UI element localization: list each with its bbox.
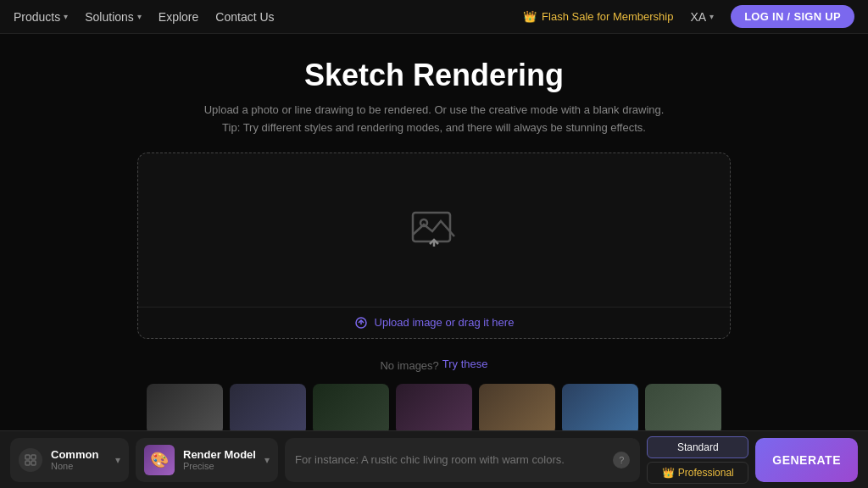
common-icon <box>19 448 42 472</box>
common-chevron-icon: ▾ <box>115 454 120 466</box>
nav-explore[interactable]: Explore <box>159 10 198 24</box>
lang-chevron-icon: ▾ <box>709 12 714 21</box>
language-selector[interactable]: XA ▾ <box>683 7 721 27</box>
prompt-container: ? <box>285 438 640 482</box>
help-icon[interactable]: ? <box>613 452 630 469</box>
flash-sale-banner[interactable]: 👑 Flash Sale for Membership <box>523 10 673 23</box>
nav-products[interactable]: Products ▾ <box>14 10 68 24</box>
page-subtitle: Upload a photo or line drawing to be ren… <box>204 102 665 137</box>
standard-button[interactable]: Standard <box>647 436 748 458</box>
crown-small-icon: 👑 <box>662 467 675 479</box>
upload-image-icon <box>409 204 459 255</box>
no-images-row: No images? Try these <box>380 349 487 379</box>
try-these-link[interactable]: Try these <box>442 358 488 370</box>
page-title: Sketch Rendering <box>304 58 564 93</box>
svg-rect-6 <box>31 455 36 459</box>
common-title: Common <box>51 448 107 461</box>
generate-button[interactable]: GENERATE <box>755 438 858 482</box>
upload-area[interactable]: Upload image or drag it here <box>137 152 731 339</box>
thumbnail-3[interactable] <box>313 384 389 435</box>
render-model-subtitle: Precise <box>183 461 256 471</box>
navbar: Products ▾ Solutions ▾ Explore Contact U… <box>0 0 868 34</box>
render-model-avatar: 🎨 <box>144 445 175 475</box>
professional-button[interactable]: 👑 Professional <box>647 462 748 484</box>
thumbnail-6[interactable] <box>562 384 638 435</box>
svg-rect-0 <box>413 213 450 241</box>
bottom-toolbar: Common None ▾ 🎨 Render Model Precise ▾ ?… <box>0 430 868 488</box>
main-content: Sketch Rendering Upload a photo or line … <box>0 34 868 435</box>
upload-footer-icon <box>354 316 368 330</box>
nav-right: 👑 Flash Sale for Membership XA ▾ LOG IN … <box>523 5 854 28</box>
thumbnail-5[interactable] <box>479 384 555 435</box>
common-selector[interactable]: Common None ▾ <box>10 438 129 482</box>
svg-rect-7 <box>25 461 30 465</box>
no-images-text: No images? <box>380 359 438 372</box>
common-subtitle: None <box>51 461 107 471</box>
common-text: Common None <box>51 448 107 471</box>
svg-rect-5 <box>25 455 30 459</box>
thumbnail-4[interactable] <box>396 384 472 435</box>
thumbnail-row <box>0 384 868 435</box>
nav-left: Products ▾ Solutions ▾ Explore Contact U… <box>14 10 523 24</box>
crown-icon: 👑 <box>523 10 537 23</box>
upload-footer[interactable]: Upload image or drag it here <box>138 307 730 338</box>
nav-solutions[interactable]: Solutions ▾ <box>85 10 142 24</box>
thumbnail-2[interactable] <box>230 384 306 435</box>
login-signup-button[interactable]: LOG IN / SIGN UP <box>731 5 854 28</box>
tier-selector: Standard 👑 Professional <box>647 436 748 484</box>
thumbnail-7[interactable] <box>645 384 721 435</box>
render-model-chevron-icon: ▾ <box>264 454 270 466</box>
products-chevron-icon: ▾ <box>64 12 68 21</box>
upload-label: Upload image or drag it here <box>375 316 515 329</box>
render-model-text: Render Model Precise <box>183 448 256 471</box>
render-model-title: Render Model <box>183 448 256 461</box>
nav-contact[interactable]: Contact Us <box>215 10 274 24</box>
solutions-chevron-icon: ▾ <box>137 12 142 21</box>
thumbnail-1[interactable] <box>147 384 223 435</box>
block-icon <box>24 453 37 467</box>
render-model-selector[interactable]: 🎨 Render Model Precise ▾ <box>136 438 278 482</box>
upload-icon-area <box>409 153 459 307</box>
prompt-input[interactable] <box>295 453 606 466</box>
svg-rect-8 <box>31 461 36 465</box>
